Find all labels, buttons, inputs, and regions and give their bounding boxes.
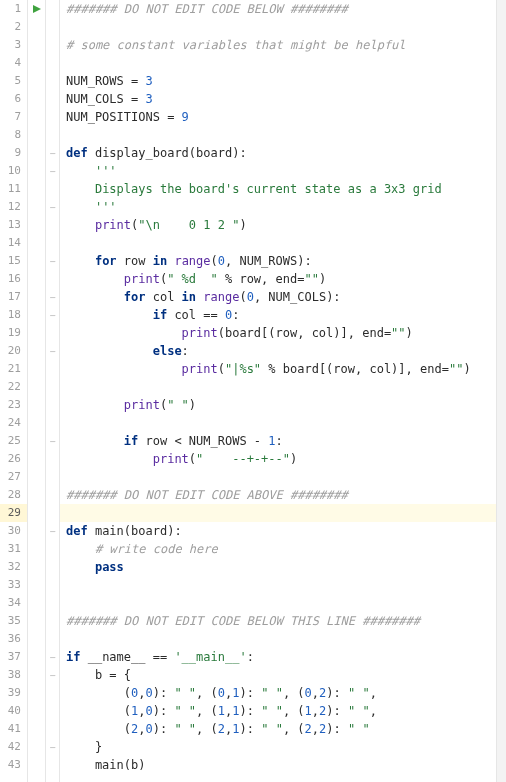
- code-line[interactable]: # some constant variables that might be …: [60, 36, 506, 54]
- token-st: " ": [261, 686, 283, 700]
- token-op: % board[(row, col)], end=: [261, 362, 449, 376]
- line-number: 17: [0, 288, 27, 306]
- code-line[interactable]: def main(board):: [60, 522, 506, 540]
- token-num: 0: [218, 254, 225, 268]
- code-line[interactable]: ####### DO NOT EDIT CODE ABOVE ########: [60, 486, 506, 504]
- fold-toggle-icon[interactable]: −: [46, 162, 59, 180]
- code-line[interactable]: ''': [60, 162, 506, 180]
- code-line[interactable]: def display_board(board):: [60, 144, 506, 162]
- token-st: "|%s": [225, 362, 261, 376]
- fold-toggle-icon[interactable]: −: [46, 648, 59, 666]
- marker-empty: [28, 720, 45, 738]
- token-st: "": [391, 326, 405, 340]
- token-kw: if: [124, 434, 146, 448]
- code-line[interactable]: NUM_ROWS = 3: [60, 72, 506, 90]
- code-line[interactable]: [60, 594, 506, 612]
- fold-toggle-icon[interactable]: −: [46, 342, 59, 360]
- code-line[interactable]: [60, 630, 506, 648]
- token-op: main(b): [66, 758, 145, 772]
- code-line[interactable]: ####### DO NOT EDIT CODE BELOW THIS LINE…: [60, 612, 506, 630]
- fold-toggle-icon[interactable]: −: [46, 144, 59, 162]
- marker-empty: [28, 378, 45, 396]
- marker-empty: [28, 54, 45, 72]
- token-kw: in: [153, 254, 175, 268]
- code-line[interactable]: NUM_COLS = 3: [60, 90, 506, 108]
- token-op: , NUM_ROWS):: [225, 254, 312, 268]
- fold-empty: [46, 36, 59, 54]
- token-op: (: [66, 686, 131, 700]
- code-line[interactable]: [60, 54, 506, 72]
- code-line[interactable]: print("|%s" % board[(row, col)], end=""): [60, 360, 506, 378]
- token-cm: ####### DO NOT EDIT CODE BELOW THIS LINE…: [66, 614, 420, 628]
- token-op: ,: [138, 686, 145, 700]
- code-line[interactable]: ####### DO NOT EDIT CODE BELOW ########: [60, 0, 506, 18]
- code-line[interactable]: b = {: [60, 666, 506, 684]
- token-st: " ": [167, 398, 189, 412]
- marker-empty: [28, 396, 45, 414]
- token-st: '__main__': [174, 650, 246, 664]
- code-line[interactable]: [60, 18, 506, 36]
- code-line[interactable]: if __name__ == '__main__':: [60, 648, 506, 666]
- line-number: 34: [0, 594, 27, 612]
- fold-empty: [46, 630, 59, 648]
- line-number: 6: [0, 90, 27, 108]
- token-op: (: [239, 290, 246, 304]
- token-op: [66, 218, 95, 232]
- code-line[interactable]: (0,0): " ", (0,1): " ", (0,2): " ",: [60, 684, 506, 702]
- run-icon[interactable]: [28, 0, 45, 18]
- code-line[interactable]: [60, 126, 506, 144]
- code-line[interactable]: # write code here: [60, 540, 506, 558]
- line-number-gutter: 1234567891011121314151617181920212223242…: [0, 0, 28, 782]
- code-line[interactable]: }: [60, 738, 506, 756]
- fold-empty: [46, 504, 59, 522]
- fold-empty: [46, 54, 59, 72]
- fold-toggle-icon[interactable]: −: [46, 522, 59, 540]
- fold-empty: [46, 72, 59, 90]
- code-line[interactable]: (2,0): " ", (2,1): " ", (2,2): " ": [60, 720, 506, 738]
- code-line[interactable]: [60, 234, 506, 252]
- code-line[interactable]: (1,0): " ", (1,1): " ", (1,2): " ",: [60, 702, 506, 720]
- code-line[interactable]: if row < NUM_ROWS - 1:: [60, 432, 506, 450]
- code-line[interactable]: [60, 414, 506, 432]
- token-num: 0: [247, 290, 254, 304]
- marker-empty: [28, 684, 45, 702]
- fold-toggle-icon[interactable]: −: [46, 666, 59, 684]
- fold-toggle-icon[interactable]: −: [46, 288, 59, 306]
- fold-toggle-icon[interactable]: −: [46, 252, 59, 270]
- code-line[interactable]: Displays the board's current state as a …: [60, 180, 506, 198]
- code-line[interactable]: pass: [60, 558, 506, 576]
- fold-empty: [46, 594, 59, 612]
- token-op: ,: [138, 704, 145, 718]
- fold-toggle-icon[interactable]: −: [46, 432, 59, 450]
- token-op: (: [218, 362, 225, 376]
- code-line[interactable]: [60, 378, 506, 396]
- marker-empty: [28, 702, 45, 720]
- code-line[interactable]: if col == 0:: [60, 306, 506, 324]
- code-line[interactable]: main(b): [60, 756, 506, 774]
- code-line[interactable]: for col in range(0, NUM_COLS):: [60, 288, 506, 306]
- code-line[interactable]: [60, 468, 506, 486]
- code-line[interactable]: ''': [60, 198, 506, 216]
- code-line[interactable]: print(" %d " % row, end=""): [60, 270, 506, 288]
- code-line[interactable]: print("\n 0 1 2 "): [60, 216, 506, 234]
- code-line[interactable]: [60, 504, 506, 522]
- code-area[interactable]: ####### DO NOT EDIT CODE BELOW #########…: [60, 0, 506, 782]
- token-st: " %d ": [167, 272, 218, 286]
- code-line[interactable]: print(" "): [60, 396, 506, 414]
- vertical-scrollbar[interactable]: [496, 0, 506, 782]
- fold-toggle-icon[interactable]: −: [46, 306, 59, 324]
- fold-toggle-icon[interactable]: −: [46, 738, 59, 756]
- fold-toggle-icon[interactable]: −: [46, 198, 59, 216]
- fold-empty: [46, 18, 59, 36]
- code-line[interactable]: else:: [60, 342, 506, 360]
- code-line[interactable]: print(board[(row, col)], end=""): [60, 324, 506, 342]
- code-line[interactable]: for row in range(0, NUM_ROWS):: [60, 252, 506, 270]
- code-line[interactable]: [60, 576, 506, 594]
- token-st: " ": [348, 722, 370, 736]
- token-num: 1: [232, 704, 239, 718]
- token-kw: def: [66, 146, 95, 160]
- marker-empty: [28, 522, 45, 540]
- code-line[interactable]: NUM_POSITIONS = 9: [60, 108, 506, 126]
- code-line[interactable]: print(" --+-+--"): [60, 450, 506, 468]
- marker-empty: [28, 126, 45, 144]
